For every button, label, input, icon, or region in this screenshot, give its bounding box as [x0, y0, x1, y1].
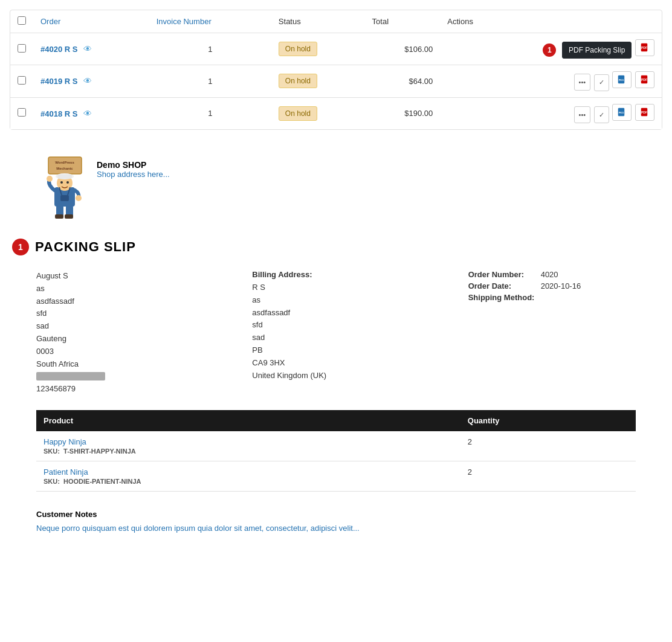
order-date-value: 2020-10-16 — [541, 281, 581, 291]
sku-value: HOODIE-PATIENT-NINJA — [63, 478, 141, 485]
sku-value: T-SHIRT-HAPPY-NINJA — [63, 448, 136, 455]
product-quantity-cell: 2 — [460, 461, 636, 491]
col-header-product: Product — [36, 410, 460, 431]
svg-point-18 — [60, 181, 63, 184]
table-row: #4019 R S 👁 1 On hold $64.00 ••• ✓ — [10, 65, 662, 98]
invoice-number: 1 — [208, 45, 212, 54]
product-name-cell: Happy Ninja SKU: T-SHIRT-HAPPY-NINJA — [36, 431, 460, 461]
product-sku: SKU: T-SHIRT-HAPPY-NINJA — [44, 448, 453, 455]
customer-notes: Customer Notes Neque porro quisquam est … — [36, 510, 636, 534]
total-amount: $190.00 — [404, 109, 433, 118]
product-row: Patient Ninja SKU: HOODIE-PATIENT-NINJA … — [36, 461, 636, 491]
order-number-row: Order Number: 4020 — [468, 270, 660, 279]
check-button[interactable]: ✓ — [594, 74, 609, 91]
status-cell: On hold — [271, 65, 365, 98]
svg-point-21 — [76, 195, 82, 201]
order-id-cell: #4019 R S 👁 — [33, 65, 149, 98]
order-link[interactable]: #4020 R S — [40, 45, 77, 54]
mascot-logo: WordPress Mechanic — [36, 154, 97, 220]
shop-header: WordPress Mechanic — [12, 154, 660, 220]
order-id-cell: #4018 R S 👁 — [33, 97, 149, 129]
svg-text:WordPress: WordPress — [55, 161, 74, 164]
action-badge: 1 — [543, 43, 556, 57]
shipping-method-label: Shipping Method: — [468, 293, 535, 302]
product-quantity-cell: 2 — [460, 431, 636, 461]
billing-address-col: Billing Address: R S as asdfassadf sfd s… — [252, 270, 444, 396]
more-options-button[interactable]: ••• — [574, 106, 591, 123]
svg-rect-17 — [57, 175, 72, 179]
invoice-pdf-button[interactable]: PDF — [635, 104, 654, 121]
shipping-address-col: August S as asdfassadf sfd sad Gauteng 0… — [36, 270, 228, 396]
orders-table: Order Invoice Number Status Total Action… — [10, 10, 662, 129]
packing-slip-button[interactable]: PKG — [612, 104, 632, 121]
shop-address: Shop address here... — [97, 170, 170, 179]
mascot-svg: WordPress Mechanic — [36, 154, 97, 220]
svg-text:PKG: PKG — [619, 79, 624, 82]
invoice-pdf-button[interactable]: PDF — [635, 39, 654, 56]
customer-notes-text: Neque porro quisquam est qui dolorem ips… — [36, 522, 636, 534]
row-checkbox[interactable] — [18, 44, 26, 53]
product-name: Patient Ninja — [44, 467, 453, 477]
order-number-value: 4020 — [541, 270, 558, 279]
addresses-section: August S as asdfassadf sfd sad Gauteng 0… — [12, 270, 660, 396]
status-cell: On hold — [271, 33, 365, 65]
shop-name: Demo SHOP — [97, 160, 170, 170]
actions-cell: 1 PDF Packing Slip PDF — [440, 33, 662, 65]
row-checkbox[interactable] — [18, 108, 26, 117]
invoice-number: 1 — [208, 109, 212, 118]
row-checkbox[interactable] — [18, 76, 26, 85]
pdf-packing-slip-button[interactable]: PDF Packing Slip — [562, 42, 632, 59]
check-button[interactable]: ✓ — [594, 106, 609, 123]
packing-slip-button[interactable]: PKG — [612, 71, 632, 88]
more-options-button[interactable]: ••• — [574, 74, 591, 91]
sku-label: SKU: — [44, 448, 60, 455]
svg-point-19 — [66, 181, 69, 184]
col-header-actions: Actions — [440, 10, 662, 33]
product-row: Happy Ninja SKU: T-SHIRT-HAPPY-NINJA 2 — [36, 431, 636, 461]
status-badge: On hold — [279, 42, 317, 56]
packing-slip-header: 1 PACKING SLIP — [12, 239, 660, 255]
order-date-row: Order Date: 2020-10-16 — [468, 281, 660, 291]
svg-text:PDF: PDF — [641, 46, 647, 50]
select-all-checkbox[interactable] — [18, 16, 26, 25]
order-link[interactable]: #4019 R S — [40, 77, 77, 86]
product-quantity: 2 — [468, 467, 472, 477]
invoice-number-cell: 1 — [149, 33, 271, 65]
invoice-number-cell: 1 — [149, 97, 271, 129]
pdf-file-icon: PDF — [640, 43, 650, 53]
shop-info: Demo SHOP Shop address here... — [97, 154, 170, 179]
actions-cell: ••• ✓ PKG PDF — [440, 65, 662, 98]
product-name-cell: Patient Ninja SKU: HOODIE-PATIENT-NINJA — [36, 461, 460, 491]
invoice-pdf-button[interactable]: PDF — [635, 71, 654, 88]
sku-label: SKU: — [44, 478, 60, 485]
col-header-total: Total — [365, 10, 441, 33]
shipping-method-row: Shipping Method: — [468, 293, 660, 302]
col-header-checkbox — [10, 10, 33, 33]
status-badge: On hold — [279, 106, 317, 121]
col-header-order: Order — [33, 10, 149, 33]
svg-rect-24 — [55, 214, 63, 219]
packing-slip-badge: 1 — [12, 239, 29, 255]
total-amount: $106.00 — [404, 45, 433, 54]
product-quantity: 2 — [468, 437, 472, 446]
total-amount: $64.00 — [409, 77, 433, 86]
order-link[interactable]: #4018 R S — [40, 109, 77, 118]
svg-text:PDF: PDF — [641, 78, 647, 82]
table-row: #4020 R S 👁 1 On hold $106.00 1 PDF Pack… — [10, 33, 662, 65]
phone-number: 123456879 — [36, 383, 228, 396]
order-number-label: Order Number: — [468, 270, 535, 279]
svg-text:Mechanic: Mechanic — [56, 167, 73, 170]
col-header-invoice: Invoice Number — [149, 10, 271, 33]
customer-notes-title: Customer Notes — [36, 510, 636, 519]
actions-cell: ••• ✓ PKG PDF — [440, 97, 662, 129]
view-icon: 👁 — [83, 76, 92, 86]
order-details-col: Order Number: 4020 Order Date: 2020-10-1… — [468, 270, 660, 396]
svg-rect-25 — [65, 214, 73, 219]
total-cell: $190.00 — [365, 97, 441, 129]
packing-slip-title: PACKING SLIP — [35, 239, 136, 255]
col-header-quantity: Quantity — [460, 410, 636, 431]
row-checkbox-cell — [10, 33, 33, 65]
invoice-number: 1 — [208, 77, 212, 86]
svg-rect-10 — [48, 157, 82, 174]
col-header-status: Status — [271, 10, 365, 33]
